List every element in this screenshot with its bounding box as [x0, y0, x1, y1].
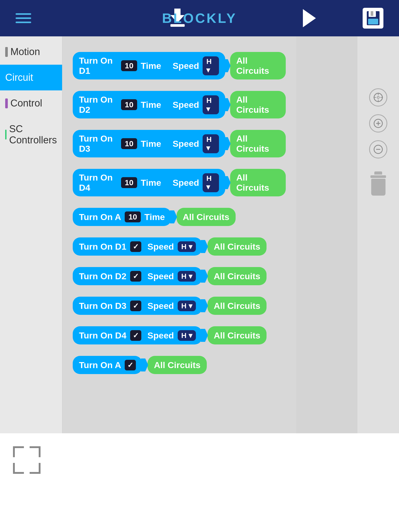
block-a-check-green[interactable]: All Circuits — [148, 356, 207, 374]
connector-d2-check — [201, 270, 208, 283]
save-button[interactable] — [363, 8, 383, 29]
crosshair-button[interactable] — [369, 88, 387, 107]
block-d1-check-green[interactable]: All Circuits — [208, 237, 267, 256]
block-d4-check-green[interactable]: All Circuits — [208, 326, 267, 344]
hamburger-button[interactable] — [16, 13, 31, 23]
block-d3-check-main[interactable]: Turn On D3 ✓ Speed H ▾ — [73, 297, 202, 315]
block-row-d3-time: Turn On D3 10 Time Speed H ▾ All Circuit… — [73, 130, 286, 157]
expand-button[interactable] — [13, 446, 42, 475]
connector-d4-time — [224, 176, 231, 189]
block-d3-time-green[interactable]: All Circuits — [230, 130, 286, 157]
block-row-d1-time: Turn On D1 10 Time Speed H ▾ All Circuit… — [73, 52, 286, 79]
block-d2-time-green[interactable]: All Circuits — [230, 91, 286, 118]
block-d4-check-main[interactable]: Turn On D4 ✓ Speed H ▾ — [73, 326, 202, 344]
connector-d1-time — [224, 59, 231, 72]
header-actions — [303, 8, 383, 29]
zoom-in-button[interactable] — [369, 114, 387, 132]
play-button[interactable] — [303, 9, 316, 27]
block-d2-check-green[interactable]: All Circuits — [208, 267, 267, 285]
block-row-a-time: Turn On A 10 Time All Circuits — [73, 208, 286, 226]
block-row-d1-check: Turn On D1 ✓ Speed H ▾ All Circuits — [73, 237, 286, 256]
connector-d3-check — [201, 299, 208, 312]
bottom-area — [0, 433, 399, 532]
block-d1-time-green[interactable]: All Circuits — [230, 52, 286, 79]
connector-d2-time — [224, 98, 231, 111]
sidebar-item-control[interactable]: Control — [0, 90, 62, 116]
block-a-time-green[interactable]: All Circuits — [177, 208, 236, 226]
connector-d3-time — [224, 137, 231, 150]
svg-rect-5 — [368, 19, 378, 24]
expand-corner-tr — [30, 446, 41, 457]
svg-rect-4 — [371, 11, 373, 16]
block-row-d3-check: Turn On D3 ✓ Speed H ▾ All Circuits — [73, 297, 286, 315]
sidebar-item-sc-controllers[interactable]: SC Controllers — [0, 116, 62, 153]
block-row-a-check: Turn On A ✓ All Circuits — [73, 356, 286, 374]
connector-d1-check — [201, 240, 208, 253]
app-header: BLOCKLY — [0, 0, 399, 36]
block-d3-time-main[interactable]: Turn On D3 10 Time Speed H ▾ — [73, 130, 225, 157]
block-d1-time-main[interactable]: Turn On D1 10 Time Speed H ▾ — [73, 52, 225, 79]
zoom-out-button[interactable] — [369, 140, 387, 158]
block-d4-time-main[interactable]: Turn On D4 10 Time Speed H ▾ — [73, 169, 225, 196]
block-d2-check-main[interactable]: Turn On D2 ✓ Speed H ▾ — [73, 267, 202, 285]
block-row-d4-check: Turn On D4 ✓ Speed H ▾ All Circuits — [73, 326, 286, 344]
block-d4-time-green[interactable]: All Circuits — [230, 169, 286, 196]
block-d2-time-main[interactable]: Turn On D2 10 Time Speed H ▾ — [73, 91, 225, 118]
block-row-d2-check: Turn On D2 ✓ Speed H ▾ All Circuits — [73, 267, 286, 285]
expand-corner-br — [30, 463, 41, 474]
connector-a-check — [141, 358, 148, 371]
expand-corner-bl — [13, 463, 24, 474]
expand-corner-tl — [13, 446, 24, 457]
sidebar-item-motion[interactable]: Motion — [0, 39, 62, 65]
connector-a-time — [170, 210, 177, 223]
trash-button[interactable] — [370, 171, 386, 196]
block-d3-check-green[interactable]: All Circuits — [208, 297, 267, 315]
svg-point-7 — [377, 96, 379, 98]
block-a-check-main[interactable]: Turn On A ✓ — [73, 356, 142, 374]
block-row-d2-time: Turn On D2 10 Time Speed H ▾ All Circuit… — [73, 91, 286, 118]
sidebar-item-circuit[interactable]: Circuit — [0, 65, 62, 90]
block-row-d4-time: Turn On D4 10 Time Speed H ▾ All Circuit… — [73, 169, 286, 196]
app-title: BLOCKLY — [162, 10, 237, 26]
block-a-time-main[interactable]: Turn On A 10 Time — [73, 208, 171, 226]
block-d1-check-main[interactable]: Turn On D1 ✓ Speed H ▾ — [73, 237, 202, 256]
connector-d4-check — [201, 329, 208, 342]
